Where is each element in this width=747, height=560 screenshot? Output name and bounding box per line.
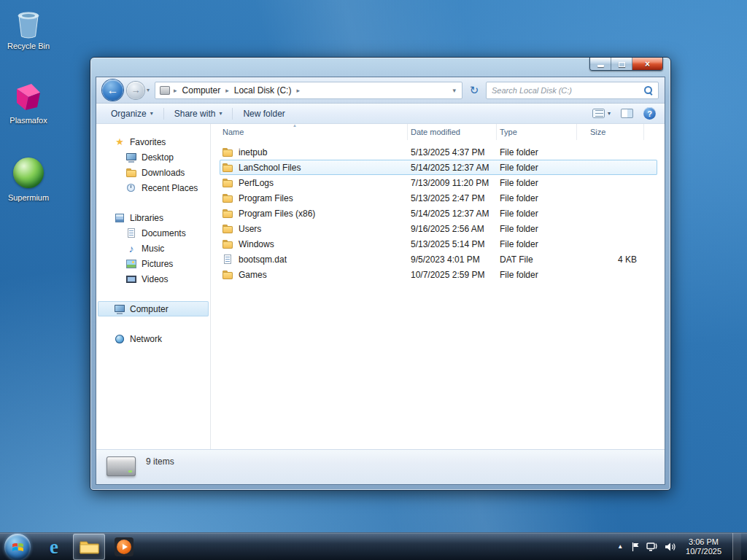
desktop-icon-label: Plasmafox — [0, 116, 57, 125]
back-button[interactable]: ← — [102, 79, 123, 101]
column-header-size[interactable]: Size — [577, 124, 644, 140]
file-date: 5/14/2025 12:37 AM — [408, 209, 497, 219]
sidebar-item-label: Recent Places — [142, 183, 198, 193]
change-view-button[interactable]: ▾ — [592, 109, 611, 118]
sidebar-item-pictures[interactable]: Pictures — [98, 256, 209, 271]
refresh-button[interactable]: ↻ — [466, 82, 482, 99]
file-name: Games — [239, 270, 267, 280]
file-type: File folder — [497, 147, 577, 158]
details-pane: 9 items — [96, 449, 665, 484]
sidebar-item-videos[interactable]: Videos — [98, 271, 209, 287]
taskbar-media-player-button[interactable] — [108, 534, 140, 560]
sidebar-item-desktop[interactable]: Desktop — [98, 149, 209, 165]
folder-icon — [222, 147, 233, 158]
desktop-icon-supermium[interactable]: Supermium — [0, 156, 57, 202]
close-button[interactable]: × — [632, 58, 662, 70]
file-row-users[interactable]: Users 9/16/2025 2:56 AM File folder — [220, 221, 657, 236]
column-header-label: Name — [222, 128, 244, 136]
sidebar-group-favorites[interactable]: ★ Favorites — [98, 134, 209, 149]
taskbar-clock[interactable]: 3:06 PM 10/7/2025 — [686, 537, 721, 556]
column-header-type[interactable]: Type — [497, 124, 577, 140]
recent-places-clock-icon — [125, 182, 137, 194]
minimize-button[interactable] — [590, 58, 611, 70]
forward-button[interactable]: → — [127, 82, 144, 99]
pictures-icon — [125, 258, 137, 270]
sidebar-item-music[interactable]: ♪ Music — [98, 241, 209, 256]
history-dropdown-button[interactable]: ▾ — [147, 87, 150, 93]
media-player-icon — [115, 537, 133, 556]
sidebar-item-network[interactable]: Network — [98, 331, 209, 346]
organize-button[interactable]: Organize ▾ — [105, 106, 159, 121]
search-icon[interactable] — [643, 85, 653, 95]
taskbar: e ▲ — [0, 532, 747, 560]
volume-icon[interactable] — [665, 542, 676, 552]
sidebar-item-downloads[interactable]: Downloads — [98, 165, 209, 180]
file-row-inetpub[interactable]: inetpub 5/13/2025 4:37 PM File folder — [220, 144, 657, 160]
breadcrumb-computer[interactable]: Computer — [181, 85, 222, 96]
start-button[interactable] — [4, 534, 31, 560]
taskbar-explorer-button[interactable] — [73, 534, 105, 560]
file-type: DAT File — [497, 254, 577, 265]
sidebar-item-documents[interactable]: Documents — [98, 225, 209, 241]
hidden-icons-arrow[interactable]: ▲ — [616, 542, 624, 551]
chevron-down-icon: ▾ — [219, 110, 222, 117]
file-icon — [222, 254, 233, 265]
taskbar-browser-button[interactable]: e — [38, 534, 70, 560]
music-note-icon: ♪ — [125, 243, 137, 254]
file-row-games[interactable]: Games 10/7/2025 2:59 PM File folder — [220, 267, 657, 282]
chevron-down-icon: ▾ — [608, 110, 611, 117]
file-name: PerfLogs — [239, 178, 274, 188]
desktop-icon-plasmafox[interactable]: Plasmafox — [0, 80, 57, 125]
file-row-perflogs[interactable]: PerfLogs 7/13/2009 11:20 PM File folder — [220, 175, 657, 190]
chevron-down-icon: ▾ — [150, 110, 153, 117]
new-folder-button[interactable]: New folder — [237, 106, 290, 121]
address-dropdown-button[interactable]: ▾ — [451, 87, 457, 94]
file-name: Windows — [239, 239, 274, 249]
libraries-icon — [114, 212, 125, 224]
folder-icon — [222, 223, 233, 235]
help-button[interactable]: ? — [643, 107, 656, 120]
action-center-icon[interactable] — [631, 542, 640, 552]
videos-icon — [125, 273, 137, 285]
caption-buttons: × — [589, 58, 663, 71]
file-type: File folder — [497, 224, 577, 234]
show-desktop-button[interactable] — [732, 533, 741, 560]
sidebar-item-computer[interactable]: Computer — [98, 301, 209, 316]
file-row-lanschool-files[interactable]: LanSchool Files 5/14/2025 12:37 AM File … — [220, 160, 657, 175]
sidebar-group-label: Favorites — [130, 137, 166, 147]
sidebar-group-label: Libraries — [130, 213, 163, 223]
column-header-date-modified[interactable]: Date modified — [408, 124, 497, 140]
file-row-program-files[interactable]: Program Files 5/13/2025 2:47 PM File fol… — [220, 190, 657, 206]
sidebar-item-recent-places[interactable]: Recent Places — [98, 180, 209, 195]
file-name: Program Files (x86) — [239, 209, 315, 219]
file-date: 5/14/2025 12:37 AM — [408, 163, 497, 173]
folder-icon — [222, 208, 233, 219]
toolbar-divider — [163, 108, 164, 120]
network-icon — [114, 333, 125, 345]
column-header-name[interactable]: ▲ Name — [220, 124, 408, 140]
file-row-bootsqm-dat[interactable]: bootsqm.dat 9/5/2023 4:01 PM DAT File 4 … — [220, 252, 657, 267]
file-rows: inetpub 5/13/2025 4:37 PM File folder La… — [220, 144, 657, 282]
maximize-button[interactable] — [611, 58, 632, 70]
organize-label: Organize — [111, 109, 147, 119]
maximize-icon — [619, 62, 625, 67]
title-bar[interactable] — [90, 58, 670, 77]
file-name: Users — [239, 224, 261, 234]
file-row-program-files-x86[interactable]: Program Files (x86) 5/14/2025 12:37 AM F… — [220, 206, 657, 221]
sidebar-item-label: Network — [130, 334, 162, 344]
sidebar-item-label: Documents — [142, 228, 186, 238]
toolbar-right: ▾ ? — [592, 107, 656, 120]
network-icon[interactable] — [646, 542, 658, 552]
search-input[interactable] — [492, 86, 643, 95]
share-with-button[interactable]: Share with ▾ — [169, 106, 228, 121]
toolbar-divider — [232, 108, 233, 120]
address-bar[interactable]: ▸ Computer ▸ Local Disk (C:) ▸ ▾ — [155, 82, 462, 99]
desktop-icon-recycle-bin[interactable]: Recycle Bin — [0, 6, 57, 50]
sidebar-group-libraries[interactable]: Libraries — [98, 210, 209, 225]
file-type: File folder — [497, 270, 577, 280]
windows-logo-icon — [12, 541, 24, 552]
breadcrumb-local-disk-c[interactable]: Local Disk (C:) — [233, 85, 293, 96]
documents-icon — [125, 228, 137, 239]
preview-pane-button[interactable] — [621, 109, 633, 118]
file-row-windows[interactable]: Windows 5/13/2025 5:14 PM File folder — [220, 236, 657, 252]
